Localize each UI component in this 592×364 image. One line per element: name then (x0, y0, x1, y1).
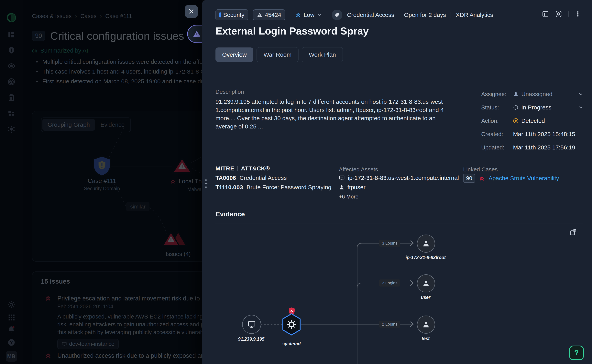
edge-label-logins: 2 Logins (379, 280, 400, 286)
edge-label-logins: 3 Logins (379, 240, 400, 247)
monitor-icon (248, 320, 256, 329)
graph-node-source-ip[interactable] (242, 315, 261, 334)
person-icon (422, 280, 430, 287)
modal-scrim[interactable] (0, 0, 202, 364)
app-root: ? MB Cases & Issues › Cases › Case #111 … (0, 0, 592, 364)
person-icon (422, 321, 430, 328)
graph-node-user-label: test (422, 336, 430, 341)
warning-triangle-icon (193, 30, 201, 38)
graph-node-source-ip-label: 91.239.9.195 (238, 337, 264, 342)
close-drawer-button[interactable] (185, 5, 198, 18)
help-button[interactable]: ? (569, 345, 584, 360)
graph-node-process-label: systemd (282, 341, 301, 346)
person-icon (422, 240, 430, 247)
graph-node-user-label: user (421, 295, 431, 300)
case-drawer: Security 45424 Low Credential Access Ope… (202, 0, 592, 364)
graph-node-user[interactable] (417, 234, 435, 253)
graph-node-user[interactable] (417, 316, 435, 334)
graph-node-user[interactable] (417, 274, 435, 292)
graph-node-user-label: ip-172-31-8-83\root (406, 255, 446, 260)
edge-label-logins: 2 Logins (379, 321, 400, 328)
graph-node-process[interactable] (281, 313, 302, 336)
evidence-graph-edges (202, 0, 592, 364)
close-icon (188, 8, 194, 14)
